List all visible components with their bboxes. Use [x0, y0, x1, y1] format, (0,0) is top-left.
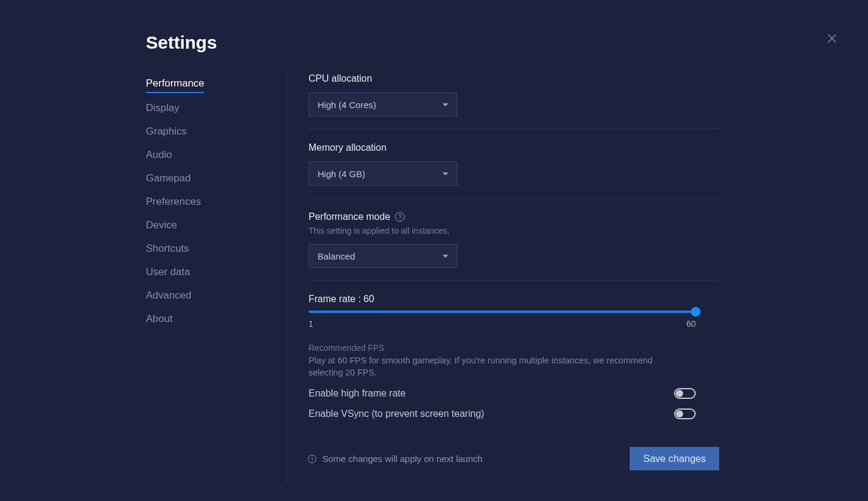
sidebar-item-performance[interactable]: Performance: [146, 77, 204, 93]
footer-note: i Some changes will apply on next launch: [308, 454, 483, 464]
sidebar-item-preferences[interactable]: Preferences: [146, 196, 254, 210]
main-panel: CPU allocation High (4 Cores) Memory all…: [286, 73, 720, 482]
sidebar-item-userdata[interactable]: User data: [146, 266, 254, 281]
slider-thumb[interactable]: [691, 307, 701, 317]
vsync-label: Enable VSync (to prevent screen tearing): [309, 408, 484, 419]
framerate-label: Frame rate : 60: [309, 294, 696, 305]
toggle-knob: [676, 390, 683, 397]
sidebar: Performance Display Graphics Audio Gamep…: [146, 77, 254, 336]
cpu-select[interactable]: High (4 Cores): [309, 93, 457, 117]
memory-select-value: High (4 GB): [318, 169, 365, 179]
info-icon: i: [308, 455, 316, 463]
high-framerate-toggle[interactable]: [674, 388, 696, 399]
framerate-section: Frame rate : 60 1 60 Recommended FPS Pla…: [309, 294, 720, 431]
perfmode-select-value: Balanced: [318, 251, 355, 261]
perfmode-sublabel: This setting is applied to all instances…: [309, 226, 720, 235]
recommended-fps-body: Play at 60 FPS for smooth gameplay. If y…: [309, 355, 687, 378]
cpu-select-value: High (4 Cores): [318, 100, 376, 110]
chevron-down-icon: [442, 172, 448, 175]
recommended-fps-head: Recommended FPS: [309, 343, 720, 353]
chevron-down-icon: [442, 103, 448, 106]
cpu-label: CPU allocation: [309, 73, 720, 84]
sidebar-item-gamepad[interactable]: Gamepad: [146, 172, 254, 187]
sidebar-item-device[interactable]: Device: [146, 219, 254, 234]
close-icon: [825, 32, 839, 45]
framerate-max: 60: [686, 319, 696, 329]
sidebar-item-advanced[interactable]: Advanced: [146, 290, 254, 304]
perfmode-label: Performance mode ?: [309, 211, 720, 222]
vsync-toggle[interactable]: [674, 408, 696, 419]
footer-note-text: Some changes will apply on next launch: [322, 454, 483, 464]
sidebar-item-audio[interactable]: Audio: [146, 149, 254, 163]
help-icon[interactable]: ?: [395, 212, 405, 222]
sidebar-item-display[interactable]: Display: [146, 102, 254, 117]
toggle-knob: [676, 410, 683, 418]
memory-select[interactable]: High (4 GB): [309, 162, 457, 186]
high-framerate-label: Enable high frame rate: [309, 388, 406, 399]
save-changes-button[interactable]: Save changes: [630, 447, 719, 470]
perfmode-label-text: Performance mode: [309, 211, 390, 222]
chevron-down-icon: [442, 255, 448, 258]
framerate-slider[interactable]: [309, 311, 696, 313]
sidebar-item-shortcuts[interactable]: Shortcuts: [146, 243, 254, 257]
framerate-min: 1: [309, 319, 313, 329]
sidebar-item-about[interactable]: About: [146, 313, 254, 327]
perfmode-section: Performance mode ? This setting is appli…: [309, 211, 720, 281]
page-title: Settings: [146, 32, 217, 53]
cpu-section: CPU allocation High (4 Cores): [309, 73, 720, 129]
vsync-row: Enable VSync (to prevent screen tearing): [309, 408, 696, 419]
memory-label: Memory allocation: [309, 142, 720, 153]
memory-section: Memory allocation High (4 GB): [309, 142, 720, 198]
close-button[interactable]: [825, 32, 839, 45]
perfmode-select[interactable]: Balanced: [309, 244, 457, 268]
sidebar-item-graphics[interactable]: Graphics: [146, 126, 254, 140]
footer: i Some changes will apply on next launch…: [308, 447, 719, 470]
high-framerate-row: Enable high frame rate: [309, 388, 696, 399]
